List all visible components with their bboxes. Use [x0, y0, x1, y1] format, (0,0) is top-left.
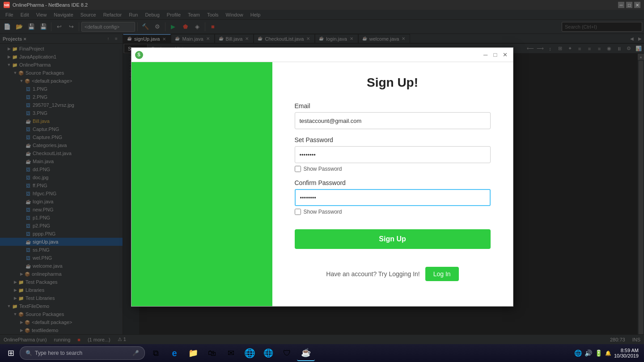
signup-title: Sign Up!: [295, 76, 491, 90]
taskbar-apps: ⧉ e 📁 🛍 ✉ 🌐 🌐 🛡 ☕: [147, 345, 315, 361]
password-input[interactable]: [295, 146, 491, 163]
password-label: Set Password: [295, 136, 491, 143]
signup-button[interactable]: Sign Up: [295, 229, 491, 249]
show-password-label-2: Show Password: [304, 209, 342, 215]
app-logo: NB: [4, 2, 10, 8]
show-password-row-1: Show Password: [295, 166, 491, 172]
taskbar: ⊞ 🔍 Type here to search 🎤 ⧉ e 📁 🛍 ✉ 🌐 🌐 …: [0, 344, 644, 362]
java-btn[interactable]: ☕: [297, 345, 315, 361]
chrome-btn[interactable]: 🌐: [241, 345, 258, 361]
minimize-button[interactable]: ─: [618, 2, 624, 8]
system-tray: 🌐 🔊 🔋 🔔 8:59 AM 10/30/2019: [574, 348, 642, 358]
email-input[interactable]: [295, 112, 491, 129]
close-button[interactable]: ✕: [634, 2, 640, 8]
dialog-app-icon: S: [135, 51, 143, 59]
notification-icon[interactable]: 🔔: [605, 350, 611, 356]
login-row: Have an account? Try Logging In! Log In: [295, 267, 491, 281]
dialog-content: Sign Up! Email Set Password Show Passwor…: [131, 62, 513, 306]
app8-btn[interactable]: 🛡: [278, 345, 296, 361]
maximize-button[interactable]: □: [626, 2, 632, 8]
signup-dialog: S ─ □ ✕ Sign Up! Email: [131, 47, 513, 307]
clock-time: 8:59 AM: [614, 348, 639, 353]
clock-date: 10/30/2019: [614, 353, 639, 358]
confirm-password-group: Confirm Password Show Password: [295, 179, 491, 215]
dialog-right-panel: Sign Up! Email Set Password Show Passwor…: [272, 62, 513, 306]
login-button[interactable]: Log In: [425, 267, 459, 281]
show-password-row-2: Show Password: [295, 209, 491, 215]
edge-btn[interactable]: e: [165, 345, 183, 361]
password-group: Set Password Show Password: [295, 136, 491, 172]
show-password-checkbox-2[interactable]: [295, 209, 301, 215]
dialog-close-btn[interactable]: ✕: [501, 51, 509, 59]
modal-overlay: S ─ □ ✕ Sign Up! Email: [0, 10, 644, 344]
search-icon: 🔍: [25, 350, 32, 356]
network-icon[interactable]: 🌐: [574, 349, 582, 357]
fileexplorer-btn[interactable]: 📁: [184, 345, 202, 361]
window-controls[interactable]: ─ □ ✕: [618, 2, 640, 8]
confirm-password-input[interactable]: [295, 189, 491, 206]
have-account-text: Have an account? Try Logging In!: [326, 270, 419, 278]
window-title: OnlinePharma - NetBeans IDE 8.2: [13, 2, 618, 8]
store-btn[interactable]: 🛍: [203, 345, 221, 361]
email-group: Email: [295, 102, 491, 129]
microphone-icon: 🎤: [132, 350, 139, 356]
dialog-minimize-btn[interactable]: ─: [482, 51, 490, 59]
email-label: Email: [295, 102, 491, 109]
show-password-label-1: Show Password: [304, 166, 342, 172]
confirm-password-label: Confirm Password: [295, 179, 491, 186]
taskview-btn[interactable]: ⧉: [147, 345, 165, 361]
app7-btn[interactable]: 🌐: [259, 345, 277, 361]
dialog-maximize-btn[interactable]: □: [491, 51, 500, 59]
show-password-checkbox-1[interactable]: [295, 166, 301, 172]
mail-btn[interactable]: ✉: [222, 345, 240, 361]
dialog-left-panel: [131, 62, 272, 306]
taskbar-search-label: Type here to search: [35, 350, 82, 356]
dialog-title-bar: S ─ □ ✕: [131, 48, 513, 62]
volume-icon[interactable]: 🔊: [585, 349, 592, 357]
start-button[interactable]: ⊞: [2, 345, 20, 361]
taskbar-search-box[interactable]: 🔍 Type here to search 🎤: [20, 346, 145, 360]
clock: 8:59 AM 10/30/2019: [614, 348, 639, 358]
dialog-window-controls[interactable]: ─ □ ✕: [482, 51, 509, 59]
title-bar: NB OnlinePharma - NetBeans IDE 8.2 ─ □ ✕: [0, 0, 644, 10]
battery-icon[interactable]: 🔋: [595, 349, 602, 357]
